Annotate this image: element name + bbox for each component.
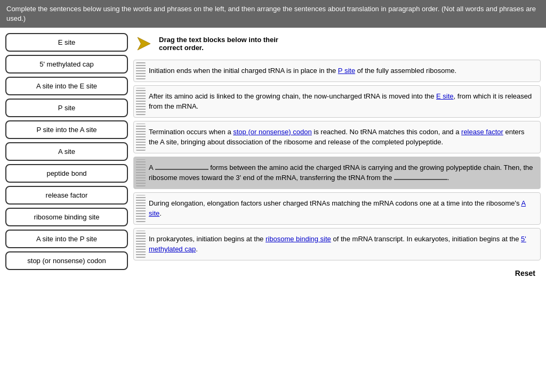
sentence-text-s2: After its amino acid is linked to the gr… xyxy=(149,86,540,117)
drag-instruction-line1: Drag the text blocks below into their xyxy=(159,36,278,44)
drag-handle xyxy=(136,124,146,151)
link-a-site[interactable]: A site xyxy=(149,199,526,218)
word-btn-ribosome-binding-site[interactable]: ribosome binding site xyxy=(5,208,128,226)
word-btn-e-site[interactable]: E site xyxy=(5,33,128,52)
link-5'-methylated-cap[interactable]: 5' methylated cap xyxy=(149,235,526,254)
drag-handle xyxy=(136,62,146,79)
drag-handle xyxy=(136,159,146,186)
drag-instruction-line2: correct order. xyxy=(159,44,278,52)
sentence-text-s6: In prokaryotes, initiation begins at the… xyxy=(149,228,540,260)
word-btn-a-site-into-e-site[interactable]: A site into the E site xyxy=(5,77,128,95)
sentence-card-s1[interactable]: Initiation ends when the initial charged… xyxy=(133,60,541,82)
svg-marker-0 xyxy=(138,37,150,50)
reset-button[interactable]: Reset xyxy=(515,269,535,277)
link-e-site[interactable]: E site xyxy=(436,92,454,100)
word-btn-a-site[interactable]: A site xyxy=(5,142,128,161)
sentence-text-s4: A forms between the amino acid the charg… xyxy=(149,157,540,189)
drag-handle xyxy=(136,88,146,115)
drag-handle xyxy=(136,195,146,222)
word-btn-p-site-into-a-site[interactable]: P site into the A site xyxy=(5,120,128,139)
sentence-card-s3[interactable]: Termination occurs when a stop (or nonse… xyxy=(133,121,541,153)
sentence-card-s5[interactable]: During elongation, elongation factors us… xyxy=(133,192,541,225)
sentence-card-s6[interactable]: In prokaryotes, initiation begins at the… xyxy=(133,228,541,260)
word-bank: E site5' methylated capA site into the E… xyxy=(5,33,128,277)
word-btn-methylated-cap[interactable]: 5' methylated cap xyxy=(5,55,128,74)
link-release-factor[interactable]: release factor xyxy=(461,128,503,136)
sentence-card-s2[interactable]: After its amino acid is linked to the gr… xyxy=(133,85,541,118)
word-btn-peptide-bond[interactable]: peptide bond xyxy=(5,164,128,183)
sentence-panel: Drag the text blocks below into their co… xyxy=(133,33,541,277)
fill-blank xyxy=(394,173,447,180)
drag-arrow-icon xyxy=(133,33,155,54)
sentence-text-s1: Initiation ends when the initial charged… xyxy=(149,60,540,81)
drag-handle xyxy=(136,231,146,258)
word-btn-release-factor[interactable]: release factor xyxy=(5,186,128,205)
word-btn-stop-codon[interactable]: stop (or nonsense) codon xyxy=(5,251,128,270)
word-btn-a-site-into-p-site[interactable]: A site into the P site xyxy=(5,230,128,248)
sentence-text-s3: Termination occurs when a stop (or nonse… xyxy=(149,121,540,153)
link-ribosome-binding-site[interactable]: ribosome binding site xyxy=(266,235,331,243)
link-stop-(or-nonsense)-codon[interactable]: stop (or nonsense) codon xyxy=(233,128,311,136)
word-btn-p-site[interactable]: P site xyxy=(5,99,128,117)
link-p-site[interactable]: P site xyxy=(338,67,355,75)
main-content: E site5' methylated capA site into the E… xyxy=(0,28,546,283)
fill-blank xyxy=(155,163,208,170)
sentences-container: Initiation ends when the initial charged… xyxy=(133,60,541,264)
drag-instruction: Drag the text blocks below into their co… xyxy=(133,33,541,54)
instructions-header: Complete the sentences below using the w… xyxy=(0,0,546,28)
reset-area: Reset xyxy=(133,264,541,277)
sentence-text-s5: During elongation, elongation factors us… xyxy=(149,193,540,224)
sentence-card-s4[interactable]: A forms between the amino acid the charg… xyxy=(133,157,541,189)
